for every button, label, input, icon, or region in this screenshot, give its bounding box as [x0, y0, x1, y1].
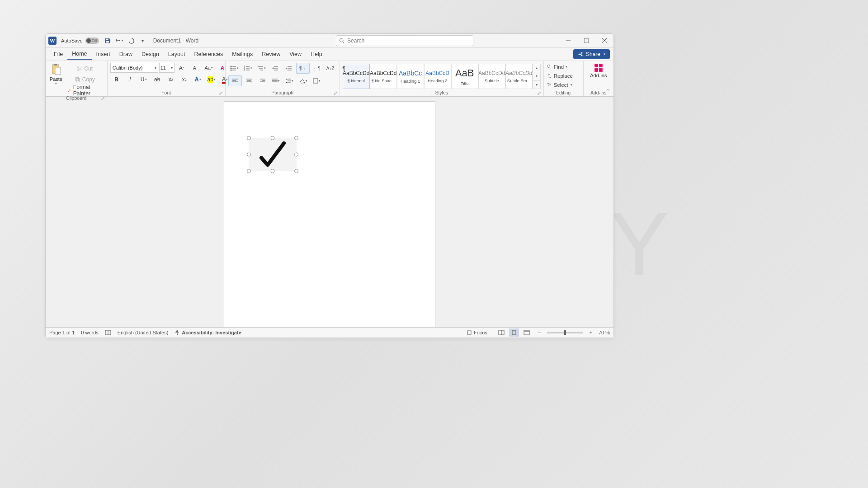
font-size-select[interactable]: 11▾ — [159, 63, 175, 73]
maximize-button[interactable] — [577, 34, 595, 47]
tab-references[interactable]: References — [189, 49, 227, 59]
sort-button[interactable]: A↓Z — [324, 63, 337, 73]
paste-button[interactable]: Paste ▾ — [48, 63, 64, 85]
font-launcher[interactable]: ⤢ — [219, 91, 223, 95]
find-button[interactable]: Find▾ — [547, 63, 567, 71]
redo-button[interactable] — [127, 37, 135, 45]
customize-qat[interactable]: ▾ — [139, 37, 147, 45]
increase-indent-button[interactable] — [283, 63, 295, 73]
document-area[interactable] — [46, 97, 613, 327]
tab-layout[interactable]: Layout — [164, 49, 190, 59]
subscript-button[interactable]: x2 — [165, 75, 177, 84]
tab-help[interactable]: Help — [306, 49, 327, 59]
text-effects-button[interactable]: A▾ — [192, 75, 204, 84]
bold-button[interactable]: B — [110, 75, 123, 84]
replace-icon — [547, 73, 552, 79]
underline-button[interactable]: U▾ — [137, 75, 150, 84]
change-case-button[interactable]: Aa▾ — [203, 63, 215, 73]
bullets-button[interactable]: ▾ — [228, 63, 241, 73]
strikethrough-button[interactable]: ab — [151, 75, 164, 84]
zoom-in-button[interactable]: + — [586, 328, 596, 337]
save-button[interactable] — [104, 37, 112, 45]
styles-gallery-more[interactable]: ▴▾▾ — [533, 64, 541, 89]
rtl-direction-button[interactable]: ←¶ — [311, 63, 323, 73]
read-mode-button[interactable] — [496, 328, 506, 337]
status-accessibility[interactable]: Accessibility: Investigate — [175, 330, 241, 335]
line-spacing-button[interactable]: ▾ — [283, 76, 296, 86]
autosave-toggle[interactable]: Off — [85, 38, 99, 44]
resize-handle-br[interactable] — [294, 169, 298, 173]
web-layout-button[interactable] — [522, 328, 532, 337]
zoom-out-button[interactable]: − — [534, 328, 544, 337]
resize-handle-bl[interactable] — [247, 169, 251, 173]
style-no-spacing[interactable]: AaBbCcDd¶ No Spac... — [370, 64, 397, 89]
tab-review[interactable]: Review — [257, 49, 285, 59]
paragraph-launcher[interactable]: ⤢ — [333, 91, 338, 95]
style-heading-2[interactable]: AaBbCcDHeading 2 — [424, 64, 451, 89]
inserted-picture[interactable] — [249, 138, 297, 171]
align-center-button[interactable] — [243, 76, 255, 86]
italic-button[interactable]: I — [124, 75, 137, 84]
align-left-button[interactable] — [228, 75, 242, 86]
numbering-button[interactable]: 123▾ — [242, 63, 255, 73]
style-subtle-emphasis[interactable]: AaBbCcDdSubtle Em... — [505, 64, 533, 89]
undo-button[interactable]: ▾ — [115, 37, 123, 45]
style-title[interactable]: AaBTitle — [451, 64, 478, 89]
tab-insert[interactable]: Insert — [92, 49, 115, 59]
page-1[interactable] — [224, 101, 435, 327]
select-button[interactable]: Select▾ — [547, 81, 572, 89]
resize-handle-r[interactable] — [294, 153, 298, 157]
autosave-group[interactable]: AutoSave Off — [61, 38, 99, 44]
styles-gallery[interactable]: AaBbCcDd¶ Normal AaBbCcDd¶ No Spac... Aa… — [343, 64, 541, 89]
style-heading-1[interactable]: AaBbCcHeading 1 — [397, 64, 424, 89]
share-button[interactable]: Share▾ — [573, 49, 610, 59]
tab-file[interactable]: File — [49, 49, 67, 59]
clear-formatting-button[interactable]: A̷ — [216, 63, 229, 73]
resize-handle-tr[interactable] — [294, 136, 298, 140]
highlight-button[interactable]: ab▾ — [205, 75, 218, 84]
ltr-direction-button[interactable]: ¶→ — [296, 63, 310, 74]
resize-handle-t[interactable] — [271, 136, 275, 140]
tab-draw[interactable]: Draw — [115, 49, 137, 59]
resize-handle-b[interactable] — [271, 169, 275, 173]
tab-mailings[interactable]: Mailings — [227, 49, 257, 59]
status-spellcheck[interactable] — [105, 330, 111, 335]
status-word-count[interactable]: 0 words — [81, 330, 99, 335]
clipboard-launcher[interactable]: ⤢ — [101, 96, 105, 101]
cut-button[interactable]: Cut — [66, 64, 104, 74]
grow-font-button[interactable]: A^ — [175, 63, 188, 73]
zoom-slider[interactable] — [547, 332, 583, 333]
superscript-button[interactable]: x2 — [178, 75, 191, 84]
group-title-clipboard: Clipboard⤢ — [48, 95, 104, 101]
search-box[interactable]: Search — [336, 35, 473, 46]
tab-design[interactable]: Design — [137, 49, 164, 59]
shading-button[interactable]: ▾ — [297, 76, 310, 86]
search-icon — [339, 38, 344, 43]
format-painter-button[interactable]: Format Painter — [66, 85, 104, 95]
minimize-button[interactable] — [559, 34, 577, 47]
resize-handle-l[interactable] — [247, 153, 251, 157]
status-page[interactable]: Page 1 of 1 — [49, 330, 75, 335]
zoom-level[interactable]: 70 % — [599, 330, 610, 335]
tab-home[interactable]: Home — [67, 49, 91, 60]
font-name-select[interactable]: Calibri (Body)▾ — [110, 63, 158, 73]
styles-launcher[interactable]: ⤢ — [537, 91, 542, 95]
align-right-button[interactable] — [256, 76, 269, 86]
style-subtitle[interactable]: AaBbCcDdSubtitle — [478, 64, 505, 89]
replace-button[interactable]: Replace — [547, 72, 573, 80]
focus-mode-button[interactable]: Focus — [467, 330, 487, 335]
justify-button[interactable]: ▾ — [270, 76, 283, 86]
close-button[interactable] — [595, 34, 613, 47]
tab-view[interactable]: View — [285, 49, 306, 59]
shrink-font-button[interactable]: Aˇ — [189, 63, 202, 73]
resize-handle-tl[interactable] — [247, 136, 251, 140]
addins-button[interactable]: Add-ins — [588, 63, 609, 78]
show-paragraph-marks-button[interactable]: ¶ — [338, 63, 350, 73]
decrease-indent-button[interactable] — [269, 63, 282, 73]
collapse-ribbon-button[interactable] — [604, 86, 612, 94]
borders-button[interactable]: ▾ — [311, 76, 323, 86]
copy-button[interactable]: Copy — [66, 75, 104, 84]
status-language[interactable]: English (United States) — [118, 330, 169, 335]
multilevel-list-button[interactable]: ▾ — [255, 63, 268, 73]
print-layout-button[interactable] — [509, 328, 519, 337]
